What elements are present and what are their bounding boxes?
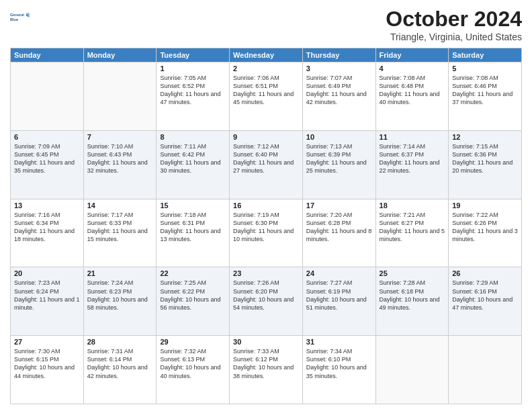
calendar-cell: 2Sunrise: 7:06 AM Sunset: 6:51 PM Daylig… bbox=[230, 62, 303, 131]
day-number: 15 bbox=[160, 201, 226, 210]
calendar-cell bbox=[449, 336, 522, 404]
calendar-cell: 12Sunrise: 7:15 AM Sunset: 6:36 PM Dayli… bbox=[449, 130, 522, 199]
calendar-cell: 21Sunrise: 7:24 AM Sunset: 6:23 PM Dayli… bbox=[83, 267, 157, 336]
calendar-cell: 9Sunrise: 7:12 AM Sunset: 6:40 PM Daylig… bbox=[230, 130, 303, 199]
calendar-cell: 26Sunrise: 7:29 AM Sunset: 6:16 PM Dayli… bbox=[449, 267, 522, 336]
cell-content: Sunrise: 7:27 AM Sunset: 6:19 PM Dayligh… bbox=[306, 279, 372, 312]
calendar-cell: 20Sunrise: 7:23 AM Sunset: 6:24 PM Dayli… bbox=[11, 267, 84, 336]
month-title: October 2024 bbox=[386, 7, 522, 32]
calendar: SundayMondayTuesdayWednesdayThursdayFrid… bbox=[10, 48, 522, 404]
day-number: 11 bbox=[380, 133, 445, 141]
cell-content: Sunrise: 7:21 AM Sunset: 6:27 PM Dayligh… bbox=[380, 211, 445, 244]
calendar-header-row: SundayMondayTuesdayWednesdayThursdayFrid… bbox=[11, 48, 522, 62]
week-row-2: 6Sunrise: 7:09 AM Sunset: 6:45 PM Daylig… bbox=[11, 130, 522, 199]
cell-content: Sunrise: 7:17 AM Sunset: 6:33 PM Dayligh… bbox=[87, 211, 153, 244]
day-number: 27 bbox=[14, 338, 80, 346]
page: GeneralBlue October 2024 Triangle, Virgi… bbox=[0, 0, 532, 411]
cell-content: Sunrise: 7:09 AM Sunset: 6:45 PM Dayligh… bbox=[14, 142, 80, 175]
calendar-cell: 11Sunrise: 7:14 AM Sunset: 6:37 PM Dayli… bbox=[375, 130, 449, 199]
day-number: 22 bbox=[160, 269, 226, 277]
calendar-cell: 24Sunrise: 7:27 AM Sunset: 6:19 PM Dayli… bbox=[302, 267, 375, 336]
cell-content: Sunrise: 7:25 AM Sunset: 6:22 PM Dayligh… bbox=[160, 279, 226, 312]
cell-content: Sunrise: 7:13 AM Sunset: 6:39 PM Dayligh… bbox=[306, 142, 372, 175]
day-number: 14 bbox=[87, 201, 153, 210]
calendar-cell: 10Sunrise: 7:13 AM Sunset: 6:39 PM Dayli… bbox=[302, 130, 375, 199]
day-number: 30 bbox=[233, 338, 299, 346]
calendar-cell: 13Sunrise: 7:16 AM Sunset: 6:34 PM Dayli… bbox=[11, 199, 84, 267]
calendar-cell: 19Sunrise: 7:22 AM Sunset: 6:26 PM Dayli… bbox=[449, 199, 522, 267]
cell-content: Sunrise: 7:10 AM Sunset: 6:43 PM Dayligh… bbox=[87, 142, 153, 175]
day-number: 1 bbox=[160, 64, 226, 73]
day-number: 9 bbox=[233, 133, 299, 141]
cell-content: Sunrise: 7:14 AM Sunset: 6:37 PM Dayligh… bbox=[380, 142, 445, 175]
day-number: 21 bbox=[87, 269, 153, 277]
day-number: 2 bbox=[233, 64, 299, 73]
cell-content: Sunrise: 7:24 AM Sunset: 6:23 PM Dayligh… bbox=[87, 279, 153, 312]
week-row-1: 1Sunrise: 7:05 AM Sunset: 6:52 PM Daylig… bbox=[11, 62, 522, 131]
calendar-cell: 30Sunrise: 7:33 AM Sunset: 6:12 PM Dayli… bbox=[230, 336, 303, 404]
calendar-cell: 15Sunrise: 7:18 AM Sunset: 6:31 PM Dayli… bbox=[157, 199, 230, 267]
cell-content: Sunrise: 7:15 AM Sunset: 6:36 PM Dayligh… bbox=[452, 142, 518, 175]
calendar-cell: 8Sunrise: 7:11 AM Sunset: 6:42 PM Daylig… bbox=[157, 130, 230, 199]
calendar-cell: 14Sunrise: 7:17 AM Sunset: 6:33 PM Dayli… bbox=[83, 199, 157, 267]
day-number: 18 bbox=[380, 201, 445, 210]
day-number: 31 bbox=[306, 338, 372, 346]
logo-icon: GeneralBlue bbox=[10, 7, 32, 28]
calendar-cell: 18Sunrise: 7:21 AM Sunset: 6:27 PM Dayli… bbox=[375, 199, 449, 267]
day-header-tuesday: Tuesday bbox=[157, 48, 230, 62]
day-number: 8 bbox=[160, 133, 226, 141]
week-row-5: 27Sunrise: 7:30 AM Sunset: 6:15 PM Dayli… bbox=[11, 336, 522, 404]
calendar-cell: 29Sunrise: 7:32 AM Sunset: 6:13 PM Dayli… bbox=[157, 336, 230, 404]
cell-content: Sunrise: 7:26 AM Sunset: 6:20 PM Dayligh… bbox=[233, 279, 299, 312]
week-row-4: 20Sunrise: 7:23 AM Sunset: 6:24 PM Dayli… bbox=[11, 267, 522, 336]
week-row-3: 13Sunrise: 7:16 AM Sunset: 6:34 PM Dayli… bbox=[11, 199, 522, 267]
cell-content: Sunrise: 7:18 AM Sunset: 6:31 PM Dayligh… bbox=[160, 211, 226, 244]
day-number: 29 bbox=[160, 338, 226, 346]
day-header-sunday: Sunday bbox=[11, 48, 84, 62]
day-number: 3 bbox=[306, 64, 372, 73]
calendar-cell: 25Sunrise: 7:28 AM Sunset: 6:18 PM Dayli… bbox=[375, 267, 449, 336]
calendar-cell: 27Sunrise: 7:30 AM Sunset: 6:15 PM Dayli… bbox=[11, 336, 84, 404]
day-number: 20 bbox=[14, 269, 80, 277]
cell-content: Sunrise: 7:32 AM Sunset: 6:13 PM Dayligh… bbox=[160, 347, 226, 380]
day-number: 25 bbox=[380, 269, 445, 277]
day-number: 24 bbox=[306, 269, 372, 277]
cell-content: Sunrise: 7:06 AM Sunset: 6:51 PM Dayligh… bbox=[233, 74, 299, 107]
day-number: 5 bbox=[452, 64, 518, 73]
cell-content: Sunrise: 7:20 AM Sunset: 6:28 PM Dayligh… bbox=[306, 211, 372, 244]
cell-content: Sunrise: 7:08 AM Sunset: 6:48 PM Dayligh… bbox=[380, 74, 445, 107]
day-header-saturday: Saturday bbox=[449, 48, 522, 62]
day-number: 10 bbox=[306, 133, 372, 141]
location-title: Triangle, Virginia, United States bbox=[386, 32, 522, 42]
day-header-monday: Monday bbox=[83, 48, 157, 62]
day-number: 6 bbox=[14, 133, 80, 141]
day-number: 19 bbox=[452, 201, 518, 210]
day-number: 26 bbox=[452, 269, 518, 277]
day-number: 12 bbox=[452, 133, 518, 141]
day-number: 28 bbox=[87, 338, 153, 346]
cell-content: Sunrise: 7:33 AM Sunset: 6:12 PM Dayligh… bbox=[233, 347, 299, 380]
cell-content: Sunrise: 7:22 AM Sunset: 6:26 PM Dayligh… bbox=[452, 211, 518, 244]
calendar-cell: 31Sunrise: 7:34 AM Sunset: 6:10 PM Dayli… bbox=[302, 336, 375, 404]
calendar-cell bbox=[83, 62, 157, 131]
cell-content: Sunrise: 7:34 AM Sunset: 6:10 PM Dayligh… bbox=[306, 347, 372, 380]
day-number: 17 bbox=[306, 201, 372, 210]
day-header-thursday: Thursday bbox=[302, 48, 375, 62]
calendar-cell: 17Sunrise: 7:20 AM Sunset: 6:28 PM Dayli… bbox=[302, 199, 375, 267]
cell-content: Sunrise: 7:12 AM Sunset: 6:40 PM Dayligh… bbox=[233, 142, 299, 175]
day-number: 4 bbox=[380, 64, 445, 73]
cell-content: Sunrise: 7:29 AM Sunset: 6:16 PM Dayligh… bbox=[452, 279, 518, 312]
calendar-cell: 28Sunrise: 7:31 AM Sunset: 6:14 PM Dayli… bbox=[83, 336, 157, 404]
cell-content: Sunrise: 7:16 AM Sunset: 6:34 PM Dayligh… bbox=[14, 211, 80, 244]
header: GeneralBlue October 2024 Triangle, Virgi… bbox=[10, 7, 522, 42]
svg-text:Blue: Blue bbox=[10, 17, 18, 21]
calendar-cell bbox=[11, 62, 84, 131]
cell-content: Sunrise: 7:31 AM Sunset: 6:14 PM Dayligh… bbox=[87, 347, 153, 380]
logo: GeneralBlue bbox=[10, 7, 32, 28]
svg-text:General: General bbox=[10, 13, 24, 17]
day-number: 16 bbox=[233, 201, 299, 210]
cell-content: Sunrise: 7:28 AM Sunset: 6:18 PM Dayligh… bbox=[380, 279, 445, 312]
calendar-cell: 1Sunrise: 7:05 AM Sunset: 6:52 PM Daylig… bbox=[157, 62, 230, 131]
day-number: 13 bbox=[14, 201, 80, 210]
calendar-cell: 3Sunrise: 7:07 AM Sunset: 6:49 PM Daylig… bbox=[302, 62, 375, 131]
